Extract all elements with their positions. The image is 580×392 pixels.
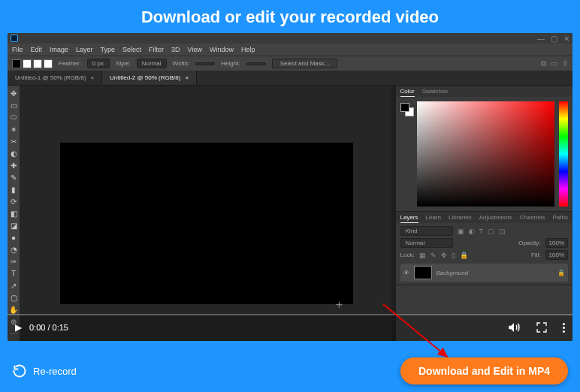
footer: Re-record Download and Edit in MP4 (0, 350, 580, 392)
shape-tool[interactable]: ▢ (8, 293, 20, 302)
selection-subtract-icon[interactable] (33, 59, 42, 68)
volume-icon[interactable] (507, 321, 521, 334)
tools-panel: ✥ ▭ ⬭ ✶ ✂ ◐ ✚ ✎ ▮ ⟳ ◧ ◪ ● ◔ ✑ T ↗ ▢ ✋ ⊕ … (8, 86, 20, 341)
gradient-tool[interactable]: ◪ (8, 221, 20, 230)
play-button[interactable]: ▶ (15, 322, 22, 333)
history-brush-tool[interactable]: ⟳ (8, 197, 20, 206)
time-display: 0:00 / 0:15 (29, 323, 68, 332)
document-canvas[interactable]: + (60, 143, 353, 304)
width-input[interactable] (195, 62, 215, 65)
close-tab-icon[interactable]: × (185, 74, 189, 81)
tab-color[interactable]: Color (400, 88, 415, 97)
eyedropper-tool[interactable]: ◐ (8, 149, 20, 158)
menu-filter[interactable]: Filter (149, 46, 164, 53)
fg-bg-swatch[interactable] (400, 103, 412, 115)
layer-row-background[interactable]: 👁 Background 🔒 (400, 264, 568, 282)
menu-3d[interactable]: 3D (171, 46, 180, 53)
minimize-icon[interactable]: — (537, 35, 545, 43)
menu-view[interactable]: View (188, 46, 202, 53)
lock-label: Lock: (400, 252, 415, 258)
visibility-eye-icon[interactable]: 👁 (403, 270, 409, 276)
tab-label: Untitled-1 @ 50% (RGB/8) (15, 74, 86, 81)
selection-intersect-icon[interactable] (44, 59, 53, 68)
filter-shape-icon[interactable]: ▢ (488, 228, 494, 235)
lock-all-icon[interactable]: 🔒 (460, 252, 468, 259)
main-workspace: ✥ ▭ ⬭ ✶ ✂ ◐ ✚ ✎ ▮ ⟳ ◧ ◪ ● ◔ ✑ T ↗ ▢ ✋ ⊕ … (8, 86, 572, 341)
blur-tool[interactable]: ● (8, 233, 20, 242)
menu-help[interactable]: Help (241, 46, 255, 53)
re-record-button[interactable]: Re-record (12, 363, 77, 378)
download-edit-button[interactable]: Download and Edit in MP4 (400, 357, 568, 384)
saturation-value-picker[interactable] (417, 101, 554, 207)
more-options-icon[interactable] (563, 323, 565, 333)
app-titlebar: — ▢ ✕ (8, 33, 572, 44)
filter-image-icon[interactable]: ▣ (458, 228, 464, 235)
blend-mode-select[interactable]: Normal (400, 238, 453, 248)
lock-position-icon[interactable]: ✥ (441, 252, 447, 259)
eraser-tool[interactable]: ◧ (8, 209, 20, 218)
hand-tool[interactable]: ✋ (8, 305, 20, 314)
tab-paths[interactable]: Paths (553, 214, 568, 223)
workspace-icon[interactable]: ▭ (551, 59, 557, 68)
video-progress-bar[interactable] (8, 314, 572, 315)
tab-learn[interactable]: Learn (426, 214, 441, 223)
fullscreen-icon[interactable] (536, 321, 548, 333)
feather-input[interactable]: 0 px (87, 59, 110, 68)
tab-swatches[interactable]: Swatches (422, 88, 449, 97)
close-icon[interactable]: ✕ (563, 35, 569, 43)
heal-tool[interactable]: ✚ (8, 161, 20, 170)
layer-thumbnail[interactable] (414, 266, 432, 279)
maximize-icon[interactable]: ▢ (551, 35, 557, 43)
tab-channels[interactable]: Channels (520, 214, 545, 223)
layer-name-label: Background (437, 270, 469, 276)
height-input[interactable] (246, 62, 266, 65)
path-tool[interactable]: ↗ (8, 281, 20, 290)
lasso-tool[interactable]: ⬭ (8, 113, 20, 122)
filter-adjust-icon[interactable]: ◐ (469, 228, 475, 235)
lock-transparency-icon[interactable]: ▦ (419, 252, 426, 259)
fill-input[interactable]: 100% (545, 250, 568, 260)
type-tool[interactable]: T (8, 269, 20, 278)
select-and-mask-button[interactable]: Select and Mask... (272, 59, 338, 68)
hue-slider[interactable] (559, 101, 568, 207)
color-panel: Color Swatches (396, 86, 572, 212)
wand-tool[interactable]: ✶ (8, 125, 20, 134)
menu-select[interactable]: Select (122, 46, 141, 53)
crop-tool[interactable]: ✂ (8, 137, 20, 146)
tab-untitled-2[interactable]: Untitled-2 @ 50% (RGB/8)× (102, 71, 197, 85)
menu-window[interactable]: Window (210, 46, 234, 53)
dodge-tool[interactable]: ◔ (8, 245, 20, 254)
tab-untitled-1[interactable]: Untitled-1 @ 50% (RGB/8)× (8, 71, 102, 85)
foreground-color-swatch[interactable] (400, 103, 409, 112)
selection-add-icon[interactable] (23, 59, 32, 68)
stamp-tool[interactable]: ▮ (8, 185, 20, 194)
pen-tool[interactable]: ✑ (8, 257, 20, 266)
brush-tool[interactable]: ✎ (8, 173, 20, 182)
tab-layers[interactable]: Layers (400, 214, 418, 223)
menu-file[interactable]: File (12, 46, 23, 53)
menu-layer[interactable]: Layer (76, 46, 93, 53)
lock-artboard-icon[interactable]: ▯ (452, 252, 455, 259)
lock-pixels-icon[interactable]: ✎ (430, 252, 437, 259)
refresh-icon (12, 363, 27, 378)
layer-filter-select[interactable]: Kind (400, 226, 453, 236)
selection-new-icon[interactable] (12, 59, 21, 68)
share-icon[interactable]: ⇪ (562, 59, 568, 68)
filter-type-icon[interactable]: T (479, 228, 484, 235)
tab-libraries[interactable]: Libraries (449, 214, 472, 223)
tab-label: Untitled-2 @ 50% (RGB/8) (110, 74, 180, 81)
opacity-input[interactable]: 100% (545, 238, 568, 248)
marquee-tool[interactable]: ▭ (8, 101, 20, 110)
move-tool[interactable]: ✥ (8, 89, 20, 98)
menu-type[interactable]: Type (101, 46, 116, 53)
canvas-area[interactable]: + (20, 86, 391, 341)
menu-edit[interactable]: Edit (31, 46, 43, 53)
search-icon[interactable]: ⧉ (541, 59, 546, 68)
close-tab-icon[interactable]: × (90, 74, 94, 81)
style-select[interactable]: Normal (137, 59, 167, 68)
tab-adjustments[interactable]: Adjustments (479, 214, 512, 223)
menu-image[interactable]: Image (50, 46, 68, 53)
width-label: Width: (173, 60, 190, 67)
video-controls: ▶ 0:00 / 0:15 (8, 314, 572, 341)
filter-smart-icon[interactable]: ◫ (499, 228, 506, 235)
